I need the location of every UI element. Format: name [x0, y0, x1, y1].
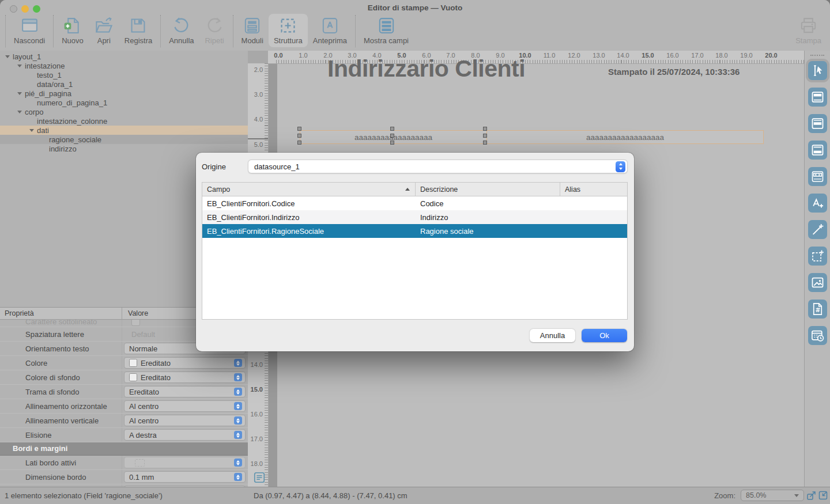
canvas-datetime-element[interactable]: Stampato il 25/07/2024, 10:33:36: [608, 67, 740, 77]
stepper-icon[interactable]: [234, 373, 242, 381]
fields-table-header: Campo Descrizione Alias: [202, 183, 627, 196]
checkbox[interactable]: [131, 320, 140, 326]
page-number-tool-icon[interactable]: [808, 300, 827, 319]
fields-table: Campo Descrizione Alias EB_ClientiFornit…: [202, 182, 628, 320]
body-section-tool-icon[interactable]: [808, 114, 827, 133]
property-row: Colore Ereditato: [0, 356, 248, 370]
tree-item-testo[interactable]: testo_1: [0, 70, 248, 79]
toolbar-separator: [233, 15, 233, 47]
tree-item-intestazione[interactable]: intestazione: [0, 61, 248, 70]
stepper-icon[interactable]: [234, 458, 242, 467]
add-line-tool-icon[interactable]: [808, 220, 827, 239]
toolbar: Nascondi Nuovo Apri Registra Annulla: [0, 14, 790, 50]
tree-item-corpo[interactable]: corpo: [0, 107, 248, 116]
chevron-down-icon[interactable]: [17, 111, 25, 113]
toolbar-separator: [160, 15, 161, 47]
value-dropdown[interactable]: Ereditato: [124, 386, 246, 397]
column-header-alias[interactable]: Alias: [560, 183, 627, 196]
value-dropdown[interactable]: Ereditato: [124, 357, 246, 369]
anteprima-button[interactable]: Anteprima: [308, 14, 352, 47]
property-row: Dimensione bordo 0.1 mm: [0, 470, 248, 484]
table-row[interactable]: EB_ClientiFornitori.Codice Codice: [202, 196, 627, 210]
datetime-tool-icon[interactable]: [808, 326, 827, 345]
tree-item-ragione-sociale[interactable]: ragione_sociale: [0, 135, 248, 144]
field-indirizzo[interactable]: aaaaaaaaaaaaaaaaaa: [486, 131, 763, 143]
value-dropdown[interactable]: Ereditato: [124, 372, 246, 383]
chevron-down-icon[interactable]: [29, 129, 37, 132]
mostra-campi-button[interactable]: Mostra campi: [359, 14, 414, 47]
stampa-button[interactable]: Stampa: [790, 14, 827, 47]
chevron-down-icon[interactable]: [17, 92, 25, 95]
table-row-selected[interactable]: EB_ClientiFornitori.RagioneSociale Ragio…: [202, 224, 627, 238]
property-row: Allineamento orizzontale Al centro: [0, 399, 248, 414]
stepper-icon[interactable]: [234, 359, 242, 367]
tree-item-dati[interactable]: dati: [0, 126, 248, 135]
window-title: Editor di stampe — Vuoto: [0, 3, 830, 12]
tree-item-pie-di-pagina[interactable]: pié_di_pagina: [0, 89, 248, 98]
nuovo-button[interactable]: Nuovo: [56, 14, 89, 47]
column-header-campo[interactable]: Campo: [202, 183, 416, 196]
header-section-tool-icon[interactable]: [808, 88, 827, 107]
ok-button[interactable]: Ok: [582, 329, 627, 342]
stepper-icon[interactable]: [234, 473, 242, 481]
select-tool-icon[interactable]: [808, 61, 827, 80]
value-dropdown[interactable]: [124, 457, 246, 468]
selection-handle[interactable]: [297, 134, 301, 138]
stepper-icon[interactable]: [234, 402, 242, 410]
selection-handle[interactable]: [297, 127, 301, 131]
page-setup-icon[interactable]: [253, 471, 266, 484]
stepper-icon[interactable]: [234, 416, 242, 425]
new-document-icon: [62, 16, 82, 36]
moduli-button[interactable]: Moduli: [236, 14, 269, 47]
selection-handle[interactable]: [390, 127, 394, 131]
checkbox[interactable]: [129, 373, 137, 381]
value-dropdown[interactable]: Al centro: [124, 400, 246, 412]
selection-handle[interactable]: [483, 127, 487, 131]
tree-item-layout[interactable]: layout_1: [0, 52, 248, 61]
ripeti-button[interactable]: Ripeti: [199, 14, 230, 47]
toolbar-separator: [355, 15, 356, 47]
annulla-button[interactable]: Annulla: [530, 329, 575, 342]
selection-handle[interactable]: [297, 141, 301, 145]
fit-page-icon[interactable]: [818, 490, 828, 501]
section-boundary-line: [248, 138, 268, 139]
apri-button[interactable]: Apri: [89, 14, 119, 47]
value-dropdown[interactable]: 0.1 mm: [124, 471, 246, 483]
preview-icon: [320, 16, 340, 36]
titlebar: Editor di stampe — Vuoto Nascondi Nuovo …: [0, 0, 830, 51]
add-rectangle-tool-icon[interactable]: [808, 247, 827, 266]
tree-item-indirizzo[interactable]: indirizzo: [0, 144, 248, 153]
sidebar-drag-handle[interactable]: [810, 55, 824, 56]
image-tool-icon[interactable]: [808, 273, 827, 292]
registra-button[interactable]: Registra: [119, 14, 157, 47]
data-band: aaaaaaaaaaaaaaaaaa aaaaaaaaaaaaaaaaaa: [300, 130, 764, 144]
tree-item-numero-di-pagina[interactable]: numero_di_pagina_1: [0, 98, 248, 107]
zoom-select[interactable]: 85.0%: [741, 490, 804, 501]
tree-item-intestazione-colonne[interactable]: intestazione_colonne: [0, 116, 248, 126]
app-window: Editor di stampe — Vuoto Nascondi Nuovo …: [0, 0, 830, 504]
tree-item-data-ora[interactable]: data/ora_1: [0, 79, 248, 89]
datasource-select[interactable]: datasource_1: [248, 160, 628, 173]
toolbar-separator: [5, 15, 6, 47]
selection-handle[interactable]: [483, 134, 487, 138]
fit-window-icon[interactable]: [806, 490, 817, 501]
value-dropdown[interactable]: Al centro: [124, 415, 246, 426]
chevron-down-icon[interactable]: [17, 65, 25, 67]
canvas-title-element[interactable]: Indirizzario Clienti: [327, 55, 525, 82]
value-dropdown[interactable]: A destra: [124, 429, 246, 441]
stepper-icon[interactable]: [234, 388, 242, 396]
selection-handle[interactable]: [390, 141, 394, 145]
nascondi-button[interactable]: Nascondi: [9, 14, 50, 47]
checkbox[interactable]: [129, 359, 137, 367]
chevron-down-icon[interactable]: [5, 55, 13, 58]
stepper-icon[interactable]: [234, 431, 242, 439]
selection-handle[interactable]: [483, 141, 487, 145]
column-header-descrizione[interactable]: Descrizione: [416, 183, 560, 196]
struttura-button[interactable]: Struttura: [269, 14, 308, 47]
field-section-tool-icon[interactable]: [808, 167, 827, 186]
footer-section-tool-icon[interactable]: [808, 141, 827, 160]
annulla-button[interactable]: Annulla: [164, 14, 199, 47]
table-row[interactable]: EB_ClientiFornitori.Indirizzo Indirizzo: [202, 210, 627, 224]
add-text-tool-icon[interactable]: [808, 194, 827, 213]
selection-handle[interactable]: [390, 134, 394, 138]
